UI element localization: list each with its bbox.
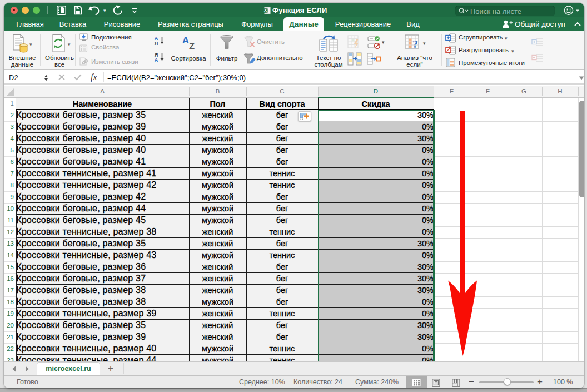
svg-text:?: ? bbox=[412, 38, 418, 50]
svg-text:Z: Z bbox=[189, 41, 195, 51]
svg-text:Я: Я bbox=[155, 41, 158, 46]
svg-text:А: А bbox=[182, 35, 189, 45]
svg-text:X: X bbox=[264, 8, 267, 13]
